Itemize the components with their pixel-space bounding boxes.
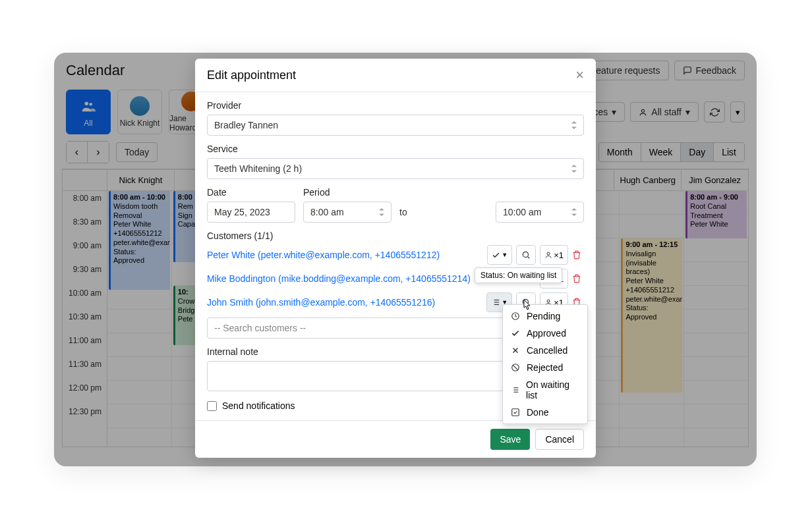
customer-link[interactable]: Mike Boddington (mike.bodding@example.co… xyxy=(207,273,471,284)
view-button[interactable] xyxy=(516,245,536,265)
check-icon xyxy=(511,329,520,338)
ban-icon xyxy=(511,363,520,372)
status-tooltip: Status: On waiting list xyxy=(475,267,562,283)
status-button[interactable]: ▼ xyxy=(487,245,512,265)
close-button[interactable]: × xyxy=(575,68,584,82)
delete-button[interactable] xyxy=(572,250,584,260)
save-button[interactable]: Save xyxy=(490,429,530,450)
status-option-approved[interactable]: Approved xyxy=(503,325,587,342)
svg-rect-27 xyxy=(512,409,519,416)
list-icon xyxy=(491,298,500,307)
send-notifications-checkbox[interactable] xyxy=(207,401,217,411)
user-icon xyxy=(544,251,552,259)
send-notifications-label: Send notifications xyxy=(222,400,295,411)
status-option-waiting[interactable]: On waiting list xyxy=(503,376,587,404)
status-dropdown: Pending Approved Cancelled Rejected On w… xyxy=(502,304,588,424)
count-button[interactable]: ×1 xyxy=(540,245,568,265)
clock-icon xyxy=(511,312,520,321)
status-option-pending[interactable]: Pending xyxy=(503,308,587,325)
customer-row: Peter White (peter.white@example.com, +1… xyxy=(207,245,584,265)
user-search-icon xyxy=(521,250,531,260)
trash-icon xyxy=(572,274,581,283)
period-to-select[interactable]: 10:00 am xyxy=(496,202,584,223)
svg-line-4 xyxy=(528,256,530,258)
cursor-icon xyxy=(521,299,531,312)
customer-link[interactable]: John Smith (john.smith@example.com, +140… xyxy=(207,297,435,308)
to-label: to xyxy=(399,207,488,223)
modal-title: Edit appointment xyxy=(207,69,296,82)
check-icon xyxy=(492,251,500,260)
date-input[interactable]: May 25, 2023 xyxy=(207,202,295,223)
customer-link[interactable]: Peter White (peter.white@example.com, +1… xyxy=(207,250,440,260)
status-option-rejected[interactable]: Rejected xyxy=(503,359,587,376)
check-square-icon xyxy=(511,408,520,417)
service-label: Service xyxy=(207,144,584,154)
status-option-cancelled[interactable]: Cancelled xyxy=(503,342,587,359)
trash-icon xyxy=(572,250,581,260)
provider-select[interactable]: Bradley Tannen xyxy=(207,115,584,136)
svg-point-5 xyxy=(547,252,550,255)
svg-line-20 xyxy=(513,365,518,370)
date-label: Date xyxy=(207,187,295,198)
status-option-done[interactable]: Done xyxy=(503,404,587,421)
period-label: Period xyxy=(303,187,392,198)
list-icon xyxy=(511,385,519,395)
period-from-select[interactable]: 8:00 am xyxy=(303,202,392,223)
x-icon xyxy=(511,346,520,355)
customers-label: Customers (1/1) xyxy=(207,231,584,241)
provider-label: Provider xyxy=(207,100,584,111)
svg-point-15 xyxy=(547,300,550,302)
cancel-button[interactable]: Cancel xyxy=(535,429,584,450)
svg-point-3 xyxy=(523,252,529,257)
service-select[interactable]: Teeth Whitening (2 h) xyxy=(207,158,584,179)
chevron-down-icon: ▼ xyxy=(502,252,508,258)
delete-button[interactable] xyxy=(572,274,584,283)
